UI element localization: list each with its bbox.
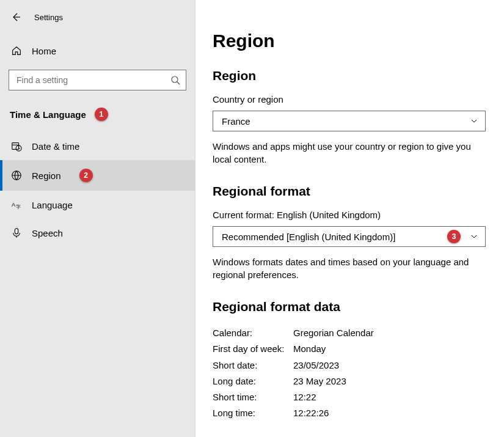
sidebar-item-label: Language: [32, 200, 73, 210]
titlebar: Settings: [0, 6, 195, 39]
svg-text:字: 字: [16, 204, 21, 210]
table-row: Short date:23/05/2023: [213, 358, 486, 373]
svg-text:A: A: [12, 202, 15, 208]
nav-section-time-language: Time & Language 1: [0, 101, 195, 132]
sidebar-item-region[interactable]: Region 2: [0, 160, 195, 191]
regional-format-dropdown[interactable]: Recommended [English (United Kingdom)] 3: [213, 226, 486, 247]
format-data-heading: Regional format data: [213, 299, 486, 314]
current-format-label: Current format: English (United Kingdom): [213, 210, 486, 220]
change-data-formats-link[interactable]: Change data formats: [213, 435, 298, 438]
home-icon: [11, 45, 22, 56]
sidebar-item-label: Date & time: [32, 141, 79, 152]
regional-format-helper: Windows formats dates and times based on…: [213, 255, 486, 281]
regional-format-selected: Recommended [English (United Kingdom)]: [222, 232, 395, 242]
country-region-dropdown[interactable]: France: [213, 111, 486, 131]
svg-rect-6: [15, 229, 18, 234]
sidebar-item-language[interactable]: A字 Language: [0, 191, 195, 219]
sidebar: Settings Home Time & Language 1 Date & t…: [0, 0, 195, 437]
main-content: Region Region Country or region France W…: [195, 0, 504, 437]
sidebar-item-label: Region: [32, 171, 61, 181]
annotation-badge-3: 3: [447, 230, 461, 243]
svg-point-0: [172, 76, 178, 83]
page-title: Region: [213, 31, 486, 51]
globe-icon: [11, 170, 22, 181]
nav-home-label: Home: [32, 46, 56, 56]
chevron-down-icon: [470, 117, 478, 125]
nav-section-label: Time & Language: [10, 109, 86, 120]
annotation-badge-2: 2: [79, 169, 93, 182]
table-row: Short time:12:22: [213, 389, 486, 405]
annotation-badge-1: 1: [95, 108, 108, 121]
app-title: Settings: [34, 13, 63, 22]
search-box: [9, 70, 186, 90]
microphone-icon: [11, 227, 22, 238]
chevron-down-icon: [470, 233, 478, 240]
search-icon[interactable]: [170, 75, 180, 85]
table-row: First day of week:Monday: [213, 341, 486, 357]
sidebar-item-speech[interactable]: Speech: [0, 219, 195, 247]
back-icon[interactable]: [11, 12, 21, 22]
table-row: Calendar:Gregorian Calendar: [213, 325, 486, 341]
sidebar-item-date-time[interactable]: Date & time: [0, 132, 195, 160]
regional-format-heading: Regional format: [213, 184, 486, 199]
calendar-clock-icon: [11, 141, 22, 152]
search-input[interactable]: [9, 70, 186, 90]
search-wrap: [0, 62, 195, 101]
table-row: Long time:12:22:26: [213, 405, 486, 421]
table-row: Long date:23 May 2023: [213, 373, 486, 389]
svg-rect-1: [12, 143, 19, 150]
country-region-helper: Windows and apps might use your country …: [213, 140, 486, 166]
country-region-selected: France: [222, 116, 250, 127]
country-region-label: Country or region: [213, 94, 486, 105]
format-data-table: Calendar:Gregorian Calendar First day of…: [213, 325, 486, 422]
region-heading: Region: [213, 68, 486, 83]
nav-home[interactable]: Home: [0, 39, 195, 62]
language-icon: A字: [11, 199, 22, 210]
sidebar-item-label: Speech: [32, 228, 63, 238]
